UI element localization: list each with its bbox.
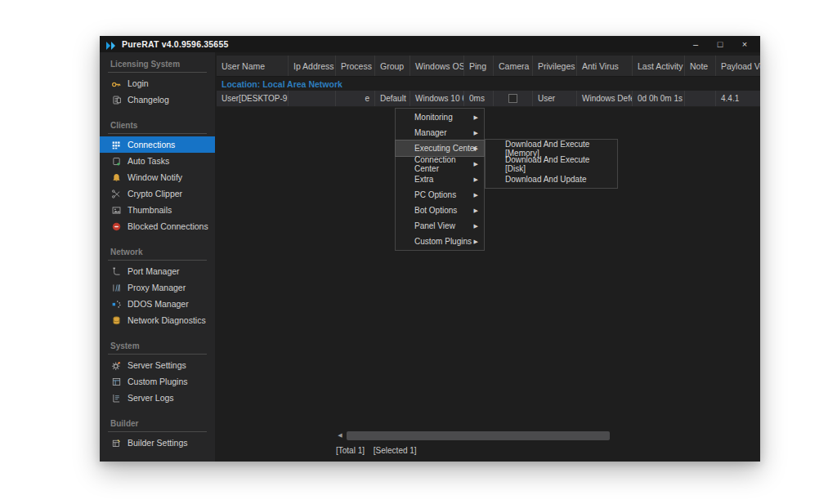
- minimize-button[interactable]: –: [683, 36, 708, 52]
- sidebar-item-label: Window Notify: [128, 172, 182, 182]
- column-header-anti_virus[interactable]: Anti Virus: [577, 56, 633, 76]
- sidebar-item-proxy-manager[interactable]: Proxy Manager: [100, 279, 215, 296]
- status-bar: [Total 1] [Selected 1]: [336, 446, 423, 455]
- scroll-left-icon[interactable]: ◀: [336, 432, 344, 439]
- sidebar-item-blocked-connections[interactable]: Blocked Connections: [100, 218, 215, 234]
- table-row[interactable]: User[DESKTOP-9L7HKeDefaultWindows 10 64B…: [217, 91, 760, 107]
- sidebar-divider: [108, 72, 207, 73]
- cell-last_activity[interactable]: 0d 0h 0m 1s: [633, 91, 685, 106]
- horizontal-scrollbar[interactable]: ◀ ▶: [336, 430, 760, 440]
- app-window: PureRAT v4.0.9596.35655 –□× Licensing Sy…: [100, 36, 760, 462]
- menu-item-extra[interactable]: Extra▶: [396, 172, 484, 187]
- scrollbar-track[interactable]: [344, 431, 760, 440]
- sidebar-item-builder-settings[interactable]: Builder Settings: [100, 435, 215, 451]
- column-header-note[interactable]: Note: [685, 56, 716, 76]
- menu-item-manager[interactable]: Manager▶: [396, 125, 484, 140]
- submenu-arrow-icon: ▶: [474, 130, 478, 136]
- title-bar[interactable]: PureRAT v4.0.9596.35655 –□×: [100, 36, 760, 52]
- cell-payload_ver[interactable]: 4.4.1: [716, 91, 760, 106]
- cell-anti_virus[interactable]: Windows Defender: [577, 91, 633, 106]
- sidebar-section-header: Builder: [100, 417, 215, 430]
- menu-item-label: Extra: [414, 175, 433, 184]
- menu-item-label: PC Options: [414, 190, 456, 199]
- sidebar-item-thumbnails[interactable]: Thumbnails: [100, 202, 215, 218]
- sidebar-item-label: Crypto Clipper: [128, 189, 182, 198]
- menu-item-connection-center[interactable]: Connection Center▶: [396, 156, 484, 172]
- sidebar-divider: [108, 260, 207, 261]
- sidebar-section-header: System: [100, 339, 215, 353]
- column-header-windows_os[interactable]: Windows OS: [410, 56, 464, 76]
- cell-group[interactable]: Default: [375, 91, 410, 106]
- scissors-icon: [111, 189, 122, 199]
- sidebar-item-label: Proxy Manager: [128, 283, 186, 292]
- menu-item-pc-options[interactable]: PC Options▶: [396, 187, 484, 203]
- menu-item-label: Connection Center: [414, 155, 479, 173]
- sidebar-item-window-notify[interactable]: Window Notify: [100, 169, 215, 185]
- scrollbar-thumb[interactable]: [347, 431, 610, 440]
- sidebar-section-builder: BuilderBuilder Settings: [100, 417, 215, 451]
- cell-user_name[interactable]: User[DESKTOP-9L7HK: [217, 91, 289, 106]
- sidebar-item-ddos-manager[interactable]: DDOS Manager: [100, 296, 215, 312]
- sidebar-item-server-settings[interactable]: Server Settings: [100, 357, 215, 373]
- close-button[interactable]: ×: [732, 36, 757, 52]
- submenu-arrow-icon: ▶: [474, 176, 478, 183]
- camera-checkbox[interactable]: [508, 94, 517, 103]
- sidebar-item-label: Network Diagnostics: [128, 315, 206, 325]
- column-header-process[interactable]: Process: [336, 56, 375, 76]
- column-header-payload_ver[interactable]: Payload Ver: [716, 56, 760, 76]
- sidebar-item-port-manager[interactable]: Port Manager: [100, 263, 215, 279]
- sidebar-item-server-logs[interactable]: Server Logs: [100, 390, 215, 406]
- cell-process[interactable]: e: [336, 91, 375, 106]
- cell-windows_os[interactable]: Windows 10 64Bit: [410, 91, 464, 106]
- menu-item-monitoring[interactable]: Monitoring▶: [396, 109, 484, 125]
- submenu-arrow-icon: ▶: [474, 223, 478, 230]
- status-total: [Total 1]: [336, 446, 365, 455]
- menu-item-panel-view[interactable]: Panel View▶: [396, 218, 484, 234]
- cell-ping[interactable]: 0ms: [464, 91, 494, 106]
- cell-camera[interactable]: [494, 91, 533, 106]
- column-header-group[interactable]: Group: [375, 56, 410, 76]
- cell-ip_address[interactable]: [289, 91, 336, 106]
- sidebar-item-label: Changelog: [128, 95, 169, 105]
- sidebar-item-crypto-clipper[interactable]: Crypto Clipper: [100, 185, 215, 202]
- column-header-ping[interactable]: Ping: [464, 56, 494, 76]
- column-header-privileges[interactable]: Privileges: [533, 56, 577, 76]
- sidebar-item-network-diagnostics[interactable]: Network Diagnostics: [100, 312, 215, 328]
- column-header-camera[interactable]: Camera: [494, 56, 533, 76]
- sidebar-item-login[interactable]: Login: [100, 75, 215, 91]
- submenu-item-download-and-update[interactable]: Download And Update: [486, 172, 617, 187]
- sidebar-item-custom-plugins[interactable]: Custom Plugins: [100, 373, 215, 390]
- sidebar-item-label: Login: [128, 78, 149, 88]
- menu-item-custom-plugins[interactable]: Custom Plugins▶: [396, 234, 484, 249]
- maximize-button[interactable]: □: [708, 36, 732, 52]
- context-submenu: Download And Execute [Memory]Download An…: [485, 139, 618, 189]
- sidebar-divider: [108, 354, 207, 355]
- column-header-user_name[interactable]: User Name: [217, 56, 289, 76]
- column-header-ip_address[interactable]: Ip Address: [289, 56, 336, 76]
- sidebar-item-changelog[interactable]: Changelog: [100, 91, 215, 108]
- column-header-last_activity[interactable]: Last Activity: [633, 56, 685, 76]
- menu-item-executing-center[interactable]: Executing Center▶: [396, 140, 484, 156]
- submenu-item-download-and-execute-memory-[interactable]: Download And Execute [Memory]: [486, 140, 617, 156]
- diagnostics-icon: [111, 315, 122, 326]
- cell-privileges[interactable]: User: [533, 91, 577, 106]
- bell-icon: [111, 172, 122, 183]
- sidebar-divider: [108, 133, 207, 134]
- menu-item-bot-options[interactable]: Bot Options▶: [396, 203, 484, 218]
- proxy-icon: [111, 283, 122, 293]
- table-group-header[interactable]: Location: Local Area Network: [217, 77, 760, 91]
- submenu-arrow-icon: ▶: [474, 145, 478, 152]
- table-header-row[interactable]: User NameIp AddressProcessGroupWindows O…: [217, 56, 760, 77]
- sidebar-item-auto-tasks[interactable]: Auto Tasks: [100, 153, 215, 169]
- sidebar-item-label: Port Manager: [128, 266, 180, 276]
- auto-tasks-icon: [111, 156, 122, 167]
- key-icon: [111, 78, 122, 89]
- sidebar-item-label: Custom Plugins: [128, 377, 188, 386]
- submenu-item-download-and-execute-disk-[interactable]: Download And Execute [Disk]: [486, 156, 617, 172]
- sidebar-item-connections[interactable]: Connections: [100, 136, 215, 153]
- cell-note[interactable]: [685, 91, 716, 106]
- sidebar-section-network: NetworkPort ManagerProxy ManagerDDOS Man…: [100, 245, 215, 328]
- connections-icon: [111, 140, 122, 150]
- context-menu: Monitoring▶Manager▶Executing Center▶Conn…: [395, 108, 485, 251]
- sidebar-item-label: Thumbnails: [128, 205, 172, 215]
